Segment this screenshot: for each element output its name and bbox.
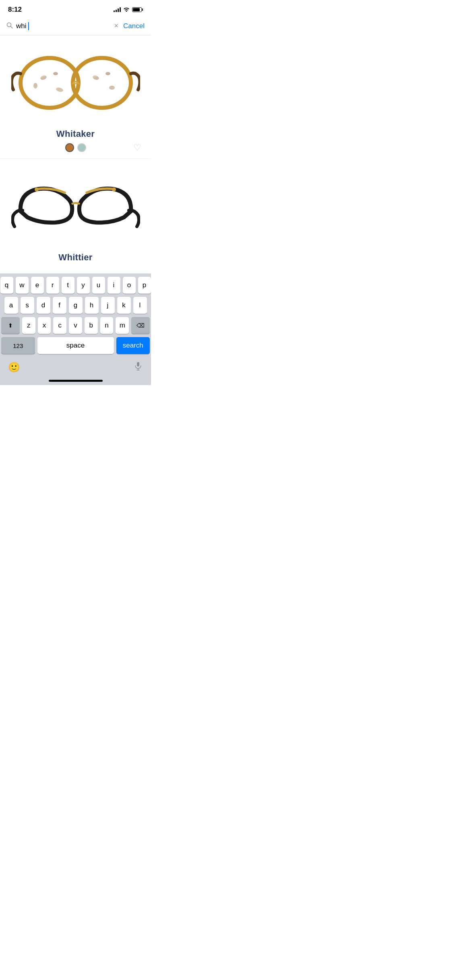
keyboard-bottom-bar: 🙂: [0, 359, 151, 378]
status-bar: 8:12: [0, 0, 151, 17]
favorite-button-whitaker[interactable]: ♡: [133, 142, 141, 153]
battery-icon: [132, 7, 143, 12]
svg-point-14: [35, 187, 39, 191]
search-icon: [6, 22, 13, 30]
svg-rect-18: [137, 362, 139, 366]
svg-point-11: [33, 68, 50, 80]
key-c[interactable]: c: [53, 317, 66, 334]
svg-point-16: [39, 195, 56, 208]
svg-point-17: [95, 195, 113, 208]
key-m[interactable]: m: [116, 317, 129, 334]
key-t[interactable]: t: [62, 277, 74, 294]
search-query: whi: [16, 22, 27, 30]
svg-line-1: [11, 26, 13, 28]
key-l[interactable]: l: [133, 297, 147, 314]
wifi-icon: [123, 7, 130, 13]
svg-point-5: [53, 72, 58, 75]
emoji-button[interactable]: 🙂: [8, 362, 20, 373]
key-i[interactable]: i: [108, 277, 120, 294]
color-swatch-1[interactable]: [77, 143, 86, 152]
key-h[interactable]: h: [85, 297, 99, 314]
key-f[interactable]: f: [53, 297, 66, 314]
color-swatch-0[interactable]: [65, 143, 74, 152]
svg-point-10: [109, 86, 115, 90]
key-u[interactable]: u: [92, 277, 105, 294]
svg-point-6: [33, 83, 37, 89]
key-d[interactable]: d: [37, 297, 50, 314]
key-p[interactable]: p: [138, 277, 151, 294]
delete-key[interactable]: ⌫: [131, 317, 150, 334]
key-x[interactable]: x: [38, 317, 51, 334]
product-name-whittier: Whittier: [6, 252, 145, 263]
key-z[interactable]: z: [22, 317, 35, 334]
text-cursor: [28, 22, 29, 30]
numbers-key[interactable]: 123: [1, 337, 35, 354]
svg-point-15: [112, 187, 116, 191]
svg-point-12: [86, 68, 102, 80]
status-time: 8:12: [8, 6, 22, 14]
svg-point-9: [105, 72, 110, 75]
mic-button[interactable]: [133, 361, 143, 373]
keyboard-row-4: 123 space search: [1, 337, 150, 354]
clear-button[interactable]: ×: [113, 20, 120, 32]
key-o[interactable]: o: [123, 277, 136, 294]
product-name-whitaker: Whitaker: [6, 129, 145, 139]
key-k[interactable]: k: [117, 297, 131, 314]
signal-icon: [114, 7, 121, 12]
key-b[interactable]: b: [85, 317, 98, 334]
search-key[interactable]: search: [116, 337, 150, 354]
product-card-whittier[interactable]: Whittier: [0, 159, 151, 274]
home-indicator-bar: [49, 380, 103, 382]
key-v[interactable]: v: [69, 317, 82, 334]
key-q[interactable]: q: [0, 277, 13, 294]
product-image-whittier: [6, 167, 145, 247]
key-y[interactable]: y: [77, 277, 90, 294]
shift-key[interactable]: ⬆: [1, 317, 20, 334]
svg-point-2: [21, 58, 79, 108]
key-j[interactable]: j: [101, 297, 115, 314]
key-r[interactable]: r: [46, 277, 59, 294]
product-card-whitaker[interactable]: Whitaker ♡: [0, 35, 151, 159]
search-bar: whi × Cancel: [0, 17, 151, 35]
key-s[interactable]: s: [21, 297, 34, 314]
key-n[interactable]: n: [100, 317, 114, 334]
key-g[interactable]: g: [69, 297, 83, 314]
product-meta-whitaker: ♡: [6, 143, 145, 152]
keyboard-row-1: q w e r t y u i o p: [1, 277, 150, 294]
keyboard: q w e r t y u i o p a s d f g h j k l ⬆ …: [0, 274, 151, 359]
keyboard-row-2: a s d f g h j k l: [1, 297, 150, 314]
key-a[interactable]: a: [4, 297, 18, 314]
svg-point-7: [56, 87, 64, 93]
status-icons: [114, 7, 143, 13]
search-input[interactable]: whi: [16, 22, 110, 30]
products-list: Whitaker ♡: [0, 35, 151, 274]
cancel-button[interactable]: Cancel: [123, 22, 145, 30]
key-w[interactable]: w: [16, 277, 29, 294]
space-key[interactable]: space: [37, 337, 114, 354]
svg-point-3: [73, 58, 131, 108]
key-e[interactable]: e: [31, 277, 44, 294]
product-image-whitaker: [6, 43, 145, 124]
home-indicator: [0, 378, 151, 385]
keyboard-row-3: ⬆ z x c v b n m ⌫: [1, 317, 150, 334]
